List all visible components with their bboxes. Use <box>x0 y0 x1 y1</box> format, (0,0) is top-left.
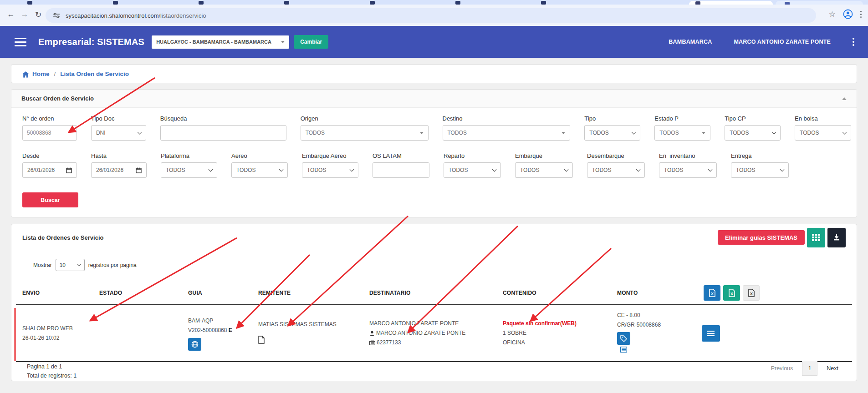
cambiar-button[interactable]: Cambiar <box>294 35 328 49</box>
forward-icon[interactable]: → <box>19 10 30 19</box>
en-inventario-select[interactable]: TODOS <box>659 162 717 178</box>
search-panel-header[interactable]: Buscar Orden de Servicio <box>11 90 857 108</box>
guia-route: BAM-AQP <box>188 316 258 326</box>
reload-icon[interactable]: ↻ <box>33 10 44 20</box>
profile-icon[interactable] <box>843 9 853 19</box>
total-records: Total de registros: 1 <box>27 371 77 380</box>
desembarque-select[interactable]: TODOS <box>587 162 645 178</box>
field-embarque: Embarque TODOS <box>515 152 573 178</box>
active-tab[interactable] <box>689 1 773 5</box>
browser-menu-icon[interactable] <box>860 11 862 18</box>
eliminar-guias-button[interactable]: Eliminar guías SISTEMAS <box>718 230 805 245</box>
search-panel-title: Buscar Orden de Servicio <box>21 95 94 102</box>
export-excel-blue-button[interactable]: X <box>704 285 720 301</box>
export-excel-grey-button[interactable]: X <box>743 285 760 301</box>
col-destinatario[interactable]: DESTINATARIO <box>369 290 503 296</box>
agency-select[interactable]: HUALGAYOC - BAMBAMARCA - BAMBAMARCA <box>152 35 289 49</box>
col-remitente[interactable]: REMITENTE <box>258 290 369 296</box>
tab-favicon <box>284 1 289 5</box>
breadcrumb-home-link[interactable]: Home <box>32 71 50 77</box>
tag-button[interactable] <box>617 332 630 345</box>
select-value: TODOS <box>306 130 325 136</box>
reparto-select[interactable]: TODOS <box>444 162 501 178</box>
tipo-select[interactable]: TODOS <box>584 125 640 141</box>
browser-tab-strip[interactable] <box>0 0 868 5</box>
col-estado[interactable]: ESTADO <box>99 290 188 296</box>
document-icon[interactable] <box>258 336 265 344</box>
tipo-cp-select[interactable]: TODOS <box>725 125 781 141</box>
web-guide-button[interactable] <box>188 338 201 351</box>
numero-orden-input[interactable] <box>22 125 77 141</box>
previous-page-button[interactable]: Previous <box>771 365 793 372</box>
date-value: 26/01/2026 <box>27 167 55 173</box>
select-value: TODOS <box>307 167 326 173</box>
field-label: Entrega <box>731 152 789 159</box>
tipo-doc-select[interactable]: DNI <box>91 125 146 141</box>
row-menu-button[interactable] <box>702 325 720 342</box>
aereo-select[interactable]: TODOS <box>231 162 288 178</box>
orders-panel: Lista de Ordenes de Servicio Eliminar gu… <box>11 224 857 381</box>
tab-favicon <box>199 1 204 5</box>
hasta-date-input[interactable]: 26/01/2026 <box>91 162 147 178</box>
user-menu[interactable]: MARCO ANTONIO ZARATE PONTE <box>734 39 831 45</box>
collapse-icon[interactable] <box>842 97 847 100</box>
field-label: Aereo <box>231 152 288 159</box>
plataforma-select[interactable]: TODOS <box>161 162 217 178</box>
cell-monto: CE - 8.00 CR/GR-50008868 <box>617 311 702 356</box>
breadcrumb-current[interactable]: Lista Orden de Servicio <box>60 71 129 77</box>
hamburger-menu-icon[interactable] <box>15 38 26 46</box>
embarque-aereo-select[interactable]: TODOS <box>302 162 358 178</box>
fax-icon <box>369 340 375 345</box>
field-label: En bolsa <box>795 115 851 122</box>
date-value: 26/01/2026 <box>96 167 123 173</box>
col-monto[interactable]: MONTO <box>617 290 702 296</box>
calendar-icon <box>136 167 142 173</box>
table-icon <box>812 234 820 241</box>
select-value: 10 <box>60 262 66 268</box>
globe-icon <box>191 341 199 348</box>
select-value: TODOS <box>659 130 679 136</box>
site-settings-icon[interactable] <box>53 12 60 19</box>
col-envio[interactable]: ENVIO <box>22 290 99 296</box>
field-label: Desembarque <box>587 152 645 159</box>
table-row[interactable]: SHALOM PRO WEB 26-01-26 10:02 BAM-AQP V2… <box>16 305 852 362</box>
select-value: TODOS <box>664 167 683 173</box>
estado-p-select[interactable]: TODOS <box>654 125 710 141</box>
page-number-button[interactable]: 1 <box>802 361 817 376</box>
chevron-down-icon <box>772 130 776 134</box>
branch-label[interactable]: BAMBAMARCA <box>669 39 712 45</box>
page-size-select[interactable]: 10 <box>56 259 85 271</box>
back-icon[interactable]: ← <box>5 10 16 19</box>
field-os-latam: OS LATAM <box>373 152 429 178</box>
chevron-down-icon <box>350 167 354 171</box>
address-bar[interactable]: syscapacitacion.shalomcontrol.com/listao… <box>46 8 816 23</box>
chevron-down-icon <box>209 167 213 171</box>
kebab-menu-icon[interactable] <box>853 38 854 46</box>
cell-contenido: Paquete sin confirmar(WEB) 1 SOBRE OFICI… <box>503 319 617 348</box>
browser-tab[interactable] <box>776 1 863 5</box>
col-guia[interactable]: GUIA <box>188 290 258 296</box>
os-latam-input[interactable] <box>373 162 429 178</box>
list-icon[interactable] <box>620 347 627 353</box>
entrega-select[interactable]: TODOS <box>731 162 789 178</box>
origen-select[interactable]: TODOS <box>301 125 429 141</box>
busqueda-input[interactable] <box>160 125 286 141</box>
contenido-qty: 1 SOBRE <box>503 328 617 338</box>
download-button[interactable] <box>827 228 846 247</box>
next-page-button[interactable]: Next <box>827 365 838 372</box>
bookmark-star-icon[interactable]: ☆ <box>829 10 836 19</box>
monto-amount: CE - 8.00 <box>617 311 702 320</box>
destino-select[interactable]: TODOS <box>443 125 571 141</box>
field-label: Estado P <box>654 115 710 122</box>
export-excel-green-button[interactable]: X <box>723 285 740 301</box>
field-busqueda: Búsqueda <box>160 115 286 141</box>
url-text[interactable]: syscapacitacion.shalomcontrol.com/listao… <box>66 12 206 19</box>
buscar-button[interactable]: Buscar <box>22 192 78 207</box>
embarque-select[interactable]: TODOS <box>515 162 573 178</box>
desde-date-input[interactable]: 26/01/2026 <box>22 162 77 178</box>
field-desembarque: Desembarque TODOS <box>587 152 645 178</box>
col-contenido[interactable]: CONTENIDO <box>503 290 617 296</box>
grid-view-button[interactable] <box>807 228 825 247</box>
chevron-down-icon <box>780 167 785 171</box>
en-bolsa-select[interactable]: TODOS <box>795 125 851 141</box>
